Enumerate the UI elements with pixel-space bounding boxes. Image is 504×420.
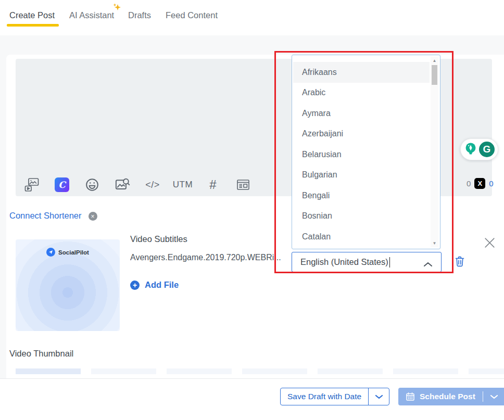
thumbnail-option[interactable] — [318, 368, 383, 374]
language-option[interactable]: Arabic — [293, 83, 430, 104]
x-glyph: X — [478, 180, 483, 187]
canva-glyph: C — [58, 180, 66, 190]
language-option[interactable]: Belarusian — [293, 144, 430, 165]
language-input-value: English (United States) — [300, 257, 388, 267]
save-draft-dropdown-toggle[interactable] — [368, 388, 389, 405]
thumbnail-option[interactable] — [91, 368, 156, 374]
paper-plane-icon — [46, 248, 55, 257]
thumbnail-option[interactable] — [469, 368, 504, 374]
socialpilot-logo: SocialPilot — [16, 248, 120, 257]
schedule-post-split-button: Schedule Post — [398, 388, 504, 405]
post-template-icon[interactable] — [234, 176, 252, 194]
grammarly-icon[interactable]: G — [479, 142, 495, 157]
hashtag-glyph: # — [209, 177, 216, 192]
chevron-down-icon — [375, 394, 383, 399]
brand-name: SocialPilot — [58, 249, 89, 256]
shortener-row: Connect Shortener × — [9, 211, 97, 221]
language-option[interactable]: Azerbaijani — [293, 124, 430, 145]
scroll-down-arrow[interactable]: ▼ — [431, 240, 438, 247]
language-option[interactable]: Aymara — [293, 103, 430, 124]
subtitle-filename: Avengers.Endgame.2019.720p.WEBRi... — [130, 253, 281, 262]
suggestion-bulb-icon[interactable] — [464, 142, 477, 157]
media-library-icon[interactable] — [23, 176, 41, 194]
button-divider — [483, 391, 483, 402]
save-draft-label: Save Draft with Date — [287, 392, 361, 401]
tab-bar: Create Post AI Assistant Drafts Feed Con… — [0, 0, 504, 35]
thumbnail-option[interactable] — [167, 368, 232, 374]
schedule-post-label: Schedule Post — [420, 392, 475, 401]
video-thumbnail-label: Video Thumbnail — [9, 349, 73, 359]
x-twitter-icon: X — [474, 178, 485, 189]
plus-icon: + — [130, 281, 140, 290]
tab-feed-content[interactable]: Feed Content — [166, 10, 218, 20]
plus-glyph: + — [133, 282, 137, 289]
tab-create-post[interactable]: Create Post — [9, 10, 55, 20]
code-snippet-icon[interactable]: </> — [144, 176, 161, 194]
language-option[interactable]: Bengali — [293, 185, 430, 206]
tab-feed-content-label: Feed Content — [166, 10, 218, 20]
video-subtitles-title: Video Subtitles — [130, 234, 187, 244]
canva-icon[interactable]: C — [53, 176, 71, 194]
language-option[interactable]: Catalan — [293, 226, 430, 247]
schedule-post-button[interactable]: Schedule Post — [398, 392, 475, 401]
grammarly-g-glyph: G — [483, 144, 491, 155]
sparkles-icon — [111, 3, 122, 16]
code-glyph: </> — [145, 180, 160, 190]
language-option[interactable]: Bosnian — [293, 206, 430, 227]
thumbnail-option[interactable] — [242, 368, 307, 374]
video-preview-thumbnail: SocialPilot — [16, 239, 120, 331]
add-file-button[interactable]: + Add File — [130, 280, 179, 290]
tab-ai-assistant[interactable]: AI Assistant — [69, 10, 114, 20]
tab-create-post-label: Create Post — [9, 10, 55, 20]
utm-glyph: UTM — [173, 180, 193, 190]
active-tab-underline — [7, 24, 59, 27]
schedule-dropdown-toggle[interactable] — [490, 394, 498, 399]
utm-icon[interactable]: UTM — [174, 176, 192, 194]
language-option[interactable]: Afrikaans — [293, 62, 430, 83]
language-dropdown-panel: Afrikaans Arabic Aymara Azerbaijani Bela… — [292, 55, 440, 249]
chevron-up-icon[interactable] — [423, 260, 433, 269]
thumbnail-strip — [16, 368, 504, 374]
save-draft-button[interactable]: Save Draft with Date — [281, 388, 368, 405]
character-counters: 0 X 0 — [467, 178, 494, 189]
scrollbar-thumb[interactable] — [432, 65, 437, 85]
thumbnail-option[interactable] — [16, 368, 81, 374]
chevron-down-icon — [490, 394, 498, 399]
save-draft-split-button: Save Draft with Date — [280, 388, 389, 405]
add-file-label: Add File — [145, 280, 179, 290]
connect-shortener-link[interactable]: Connect Shortener — [9, 211, 82, 221]
hashtag-icon[interactable]: # — [204, 176, 222, 194]
tab-ai-assistant-label: AI Assistant — [69, 10, 114, 20]
char-count-x: 0 — [489, 179, 493, 188]
tab-drafts[interactable]: Drafts — [128, 10, 151, 20]
shortener-dismiss-icon[interactable]: × — [89, 212, 97, 221]
composer-toolbar: C </> UTM # — [23, 176, 252, 194]
calendar-icon — [406, 392, 415, 401]
tab-drafts-label: Drafts — [128, 10, 151, 20]
char-count-total: 0 — [467, 179, 471, 188]
emoji-icon[interactable] — [83, 176, 101, 194]
thumbnail-option[interactable] — [393, 368, 458, 374]
language-options-list: Afrikaans Arabic Aymara Azerbaijani Bela… — [293, 62, 430, 247]
grammarly-widget: G — [460, 138, 498, 160]
delete-subtitle-icon[interactable] — [455, 256, 465, 269]
scroll-up-arrow[interactable]: ▲ — [431, 57, 438, 64]
footer-bar: Save Draft with Date Schedule Post — [0, 378, 504, 420]
dropdown-scrollbar[interactable]: ▲ ▼ — [431, 57, 438, 247]
language-option[interactable]: Bulgarian — [293, 165, 430, 186]
language-search-input[interactable]: English (United States) — [292, 252, 442, 272]
image-search-icon[interactable] — [114, 176, 131, 194]
text-caret — [389, 257, 390, 268]
remove-media-icon[interactable] — [483, 236, 496, 251]
create-post-screen: Create Post AI Assistant Drafts Feed Con… — [0, 0, 504, 420]
dismiss-glyph: × — [91, 213, 95, 220]
